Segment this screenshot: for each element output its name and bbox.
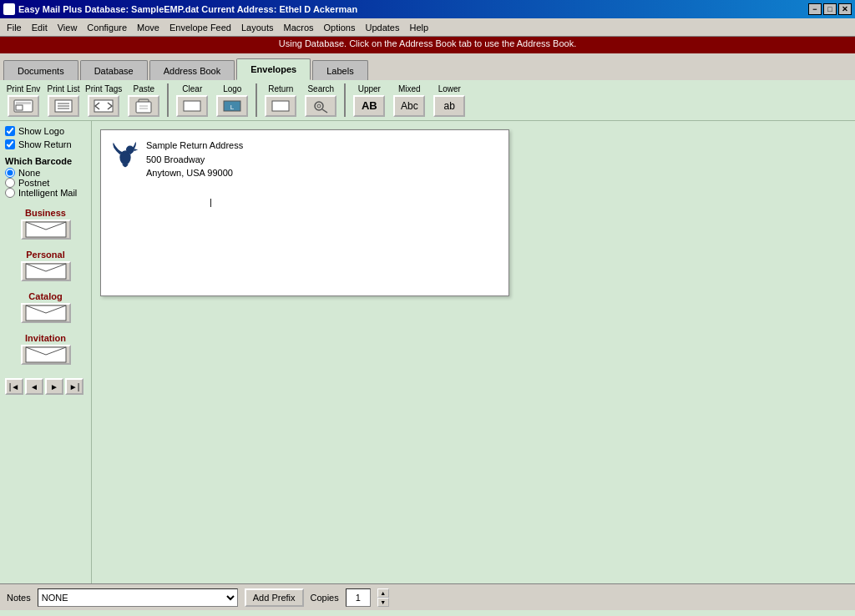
postnet-label: Postnet — [18, 178, 49, 188]
svg-point-16 — [315, 102, 323, 110]
personal-label: Personal — [26, 250, 64, 260]
svg-rect-9 — [136, 102, 151, 113]
separator-2 — [255, 83, 257, 117]
return-street: 500 Broadway — [146, 153, 243, 167]
postnet-radio[interactable] — [5, 178, 15, 188]
svg-rect-12 — [184, 101, 200, 111]
svg-line-17 — [322, 109, 327, 113]
svg-rect-1 — [16, 105, 23, 110]
barcode-group: Which Barcode None Postnet Intelligent M… — [5, 156, 86, 198]
menu-updates[interactable]: Updates — [360, 18, 404, 36]
add-prefix-button[interactable]: Add Prefix — [245, 588, 304, 607]
navigation-bar: |◄ ◄ ► ►| — [5, 375, 86, 398]
business-envelope-group: Business — [5, 208, 86, 240]
close-button[interactable]: ✕ — [838, 3, 852, 15]
copies-increment[interactable]: ▲ — [377, 588, 389, 598]
print-list-label: Print List — [48, 84, 80, 93]
search-button[interactable] — [305, 95, 336, 117]
invitation-label: Invitation — [25, 333, 66, 343]
print-list-button[interactable] — [48, 95, 79, 117]
paste-label: Paste — [134, 84, 155, 93]
show-return-label: Show Return — [18, 139, 72, 149]
show-return-checkbox[interactable] — [5, 139, 15, 149]
title-text: Easy Mail Plus Database: SampleEMP.dat C… — [18, 4, 357, 14]
notes-label: Notes — [7, 593, 31, 603]
nav-last-button[interactable]: ►| — [65, 378, 83, 395]
mixed-label: Mixed — [398, 84, 421, 93]
info-text: Using Database. Click on the Address Boo… — [279, 38, 577, 48]
invitation-button[interactable] — [21, 345, 71, 365]
left-panel: Show Logo Show Return Which Barcode None… — [0, 121, 92, 583]
minimize-button[interactable]: − — [808, 3, 822, 15]
business-label: Business — [25, 208, 66, 218]
return-button[interactable] — [265, 95, 296, 117]
menu-view[interactable]: View — [53, 18, 83, 36]
svg-point-18 — [317, 104, 321, 108]
envelope-paper: Sample Return Address 500 Broadway Anyto… — [100, 129, 509, 296]
copies-spinner: ▲ ▼ — [377, 588, 389, 607]
clear-label: Clear — [182, 84, 202, 93]
business-button[interactable] — [21, 220, 71, 240]
lower-label: Lower — [438, 84, 461, 93]
personal-envelope-group: Personal — [5, 250, 86, 281]
svg-marker-33 — [134, 149, 138, 151]
barcode-label: Which Barcode — [5, 156, 86, 166]
menu-bar: File Edit View Configure Move Envelope F… — [0, 18, 855, 37]
lower-button[interactable]: ab — [433, 95, 465, 117]
return-text: Sample Return Address 500 Broadway Anyto… — [146, 139, 243, 180]
catalog-label: Catalog — [28, 291, 62, 301]
menu-options[interactable]: Options — [319, 18, 361, 36]
svg-text:L: L — [230, 104, 235, 111]
upper-button[interactable]: AB — [353, 95, 385, 117]
copies-input[interactable] — [346, 588, 371, 607]
copies-decrement[interactable]: ▼ — [377, 598, 389, 607]
menu-help[interactable]: Help — [404, 18, 433, 36]
menu-file[interactable]: File — [2, 18, 27, 36]
search-label: Search — [307, 84, 334, 93]
show-logo-checkbox[interactable] — [5, 126, 15, 136]
tab-documents[interactable]: Documents — [3, 60, 78, 80]
nav-next-button[interactable]: ► — [45, 378, 63, 395]
none-radio[interactable] — [5, 168, 15, 178]
copies-label: Copies — [311, 593, 339, 603]
menu-move[interactable]: Move — [132, 18, 164, 36]
notes-select[interactable]: NONE — [38, 588, 238, 607]
separator-3 — [344, 83, 346, 117]
menu-edit[interactable]: Edit — [27, 18, 53, 36]
logo-button[interactable]: L — [216, 95, 248, 117]
tab-envelopes[interactable]: Envelopes — [236, 58, 311, 80]
clear-button[interactable] — [176, 95, 208, 117]
return-logo — [109, 139, 141, 170]
show-logo-label: Show Logo — [18, 126, 64, 136]
personal-button[interactable] — [21, 261, 71, 281]
return-address: Sample Return Address 500 Broadway Anyto… — [109, 139, 243, 180]
maximize-button[interactable]: □ — [823, 3, 837, 15]
title-bar: Easy Mail Plus Database: SampleEMP.dat C… — [0, 0, 855, 18]
menu-macros[interactable]: Macros — [279, 18, 319, 36]
menu-envelope-feed[interactable]: Envelope Feed — [164, 18, 236, 36]
mixed-icon: Abc — [401, 100, 418, 112]
mixed-button[interactable]: Abc — [393, 95, 425, 117]
tab-database[interactable]: Database — [80, 60, 148, 80]
svg-rect-15 — [272, 101, 289, 111]
envelope-canvas: Sample Return Address 500 Broadway Anyto… — [92, 121, 855, 583]
return-name: Sample Return Address — [146, 139, 243, 153]
print-tags-button[interactable] — [88, 95, 119, 117]
separator-1 — [167, 83, 169, 117]
logo-label: Logo — [223, 84, 241, 93]
info-bar: Using Database. Click on the Address Boo… — [0, 37, 855, 53]
nav-prev-button[interactable]: ◄ — [25, 378, 43, 395]
tab-labels[interactable]: Labels — [312, 60, 367, 80]
paste-button[interactable] — [128, 95, 159, 117]
nav-first-button[interactable]: |◄ — [5, 378, 23, 395]
catalog-button[interactable] — [21, 303, 71, 323]
bottom-bar: Notes NONE Add Prefix Copies ▲ ▼ — [0, 583, 855, 610]
menu-layouts[interactable]: Layouts — [236, 18, 279, 36]
address-cursor: | — [210, 197, 212, 207]
tab-address-book[interactable]: Address Book — [149, 60, 235, 80]
menu-configure[interactable]: Configure — [82, 18, 132, 36]
print-env-button[interactable] — [8, 95, 39, 117]
intelligent-mail-radio[interactable] — [5, 188, 15, 198]
svg-rect-7 — [94, 100, 113, 112]
toolbar: Print Env Print List Print Tags Paste Cl… — [0, 80, 855, 121]
